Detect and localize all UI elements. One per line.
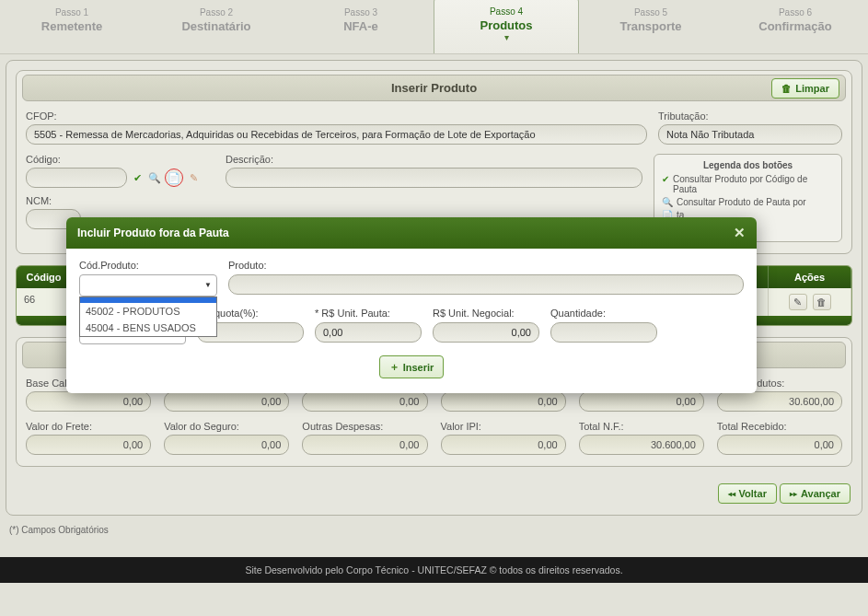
step-nfae[interactable]: Passo 3 NFA-e xyxy=(289,0,434,53)
insert-label: Inserir xyxy=(403,362,434,373)
step-number: Passo 3 xyxy=(293,7,429,17)
wizard-steps: Passo 1 Remetente Passo 2 Destinatário P… xyxy=(0,0,868,54)
legend-item: Consultar Produto de Pauta por xyxy=(677,197,806,207)
step-number: Passo 1 xyxy=(4,7,140,17)
step-confirmacao[interactable]: Passo 6 Confirmação xyxy=(723,0,868,53)
unit-pauta-input[interactable] xyxy=(315,322,422,343)
back-icon: ◂◂ xyxy=(728,490,735,498)
step-title: Remetente xyxy=(4,19,140,33)
legend-item: Consultar Produto por Código de Pauta xyxy=(673,174,834,194)
step-title: Transporte xyxy=(583,19,719,33)
unit-neg-input[interactable] xyxy=(433,322,539,343)
col-acoes: Ações xyxy=(769,266,851,288)
total-nf-label: Total N.F.: xyxy=(579,421,704,432)
produto-label: Produto: xyxy=(228,260,744,271)
valor-frete-value: 0,00 xyxy=(26,435,151,455)
ncm-label: NCM: xyxy=(26,195,214,206)
clear-label: Limpar xyxy=(795,83,829,94)
step-number: Passo 5 xyxy=(583,7,719,17)
step-title: Destinatário xyxy=(148,19,284,33)
cod-produto-select[interactable] xyxy=(79,274,217,296)
add-out-of-pauta-button[interactable]: 📄 xyxy=(165,169,183,187)
valor-icms-value: 0,00 xyxy=(164,391,289,412)
search-icon[interactable]: 🔍 xyxy=(147,170,162,185)
step-title: NFA-e xyxy=(293,19,429,33)
panel-header: Inserir Produto 🗑 Limpar xyxy=(22,75,846,101)
valor-seguro-value: 0,00 xyxy=(164,435,289,455)
outras-desp-label: Outras Despesas: xyxy=(302,421,427,432)
total-produtos-value: 30.600,00 xyxy=(717,391,842,412)
required-footnote: (*) Campos Obrigatórios xyxy=(0,521,868,539)
valor-seguro-label: Valor do Seguro: xyxy=(164,421,289,432)
include-product-modal: Incluir Produto fora da Pauta ✕ Cód.Prod… xyxy=(66,217,757,393)
produto-input[interactable] xyxy=(228,274,744,295)
search-icon: 🔍 xyxy=(662,197,673,207)
desc-input[interactable] xyxy=(226,168,642,188)
valor-ipi-value: 0,00 xyxy=(441,435,566,455)
step-destinatario[interactable]: Passo 2 Destinatário xyxy=(145,0,289,53)
doc-icon: 📄 xyxy=(168,172,180,184)
base-icms-value: 0,00 xyxy=(26,391,151,412)
valor-icms-st-value: 0,00 xyxy=(441,391,566,412)
legend-title: Legenda dos botões xyxy=(662,160,834,170)
forward-button[interactable]: ▸▸ Avançar xyxy=(780,483,851,504)
valor-frete-label: Valor do Frete: xyxy=(26,421,151,432)
check-icon[interactable]: ✔ xyxy=(130,170,145,185)
step-transporte[interactable]: Passo 5 Transporte xyxy=(579,0,723,53)
trash-icon: 🗑 xyxy=(781,83,792,94)
step-title: Produtos xyxy=(438,18,574,32)
qtd-label: Quantidade: xyxy=(550,308,657,319)
fwd-icon: ▸▸ xyxy=(790,490,797,498)
step-remetente[interactable]: Passo 1 Remetente xyxy=(0,0,145,53)
insert-button[interactable]: ＋ Inserir xyxy=(379,355,445,378)
dropdown-option[interactable]: 45002 - PRODUTOS xyxy=(80,303,216,320)
step-number: Passo 4 xyxy=(438,6,574,17)
valor-ipi-label: Valor IPI: xyxy=(441,421,566,432)
back-label: Voltar xyxy=(739,488,767,499)
total-recebido-label: Total Recebido: xyxy=(717,421,842,432)
trib-label: Tributação: xyxy=(658,110,842,122)
footer: Site Desenvolvido pelo Corpo Técnico - U… xyxy=(0,557,868,583)
pencil-icon: ✎ xyxy=(793,296,802,308)
pencil-icon[interactable]: ✎ xyxy=(186,170,201,185)
step-produtos[interactable]: Passo 4 Produtos xyxy=(434,0,579,53)
cod-produto-dropdown[interactable]: 45002 - PRODUTOS 45004 - BENS USADOS xyxy=(79,296,217,337)
total-recebido-value: 0,00 xyxy=(717,435,842,455)
trash-icon: 🗑 xyxy=(816,296,827,308)
dropdown-option[interactable]: 45004 - BENS USADOS xyxy=(80,320,216,336)
total-nf-value: 30.600,00 xyxy=(579,435,704,455)
codigo-label: Código: xyxy=(26,154,214,165)
delete-row-button[interactable]: 🗑 xyxy=(813,294,831,310)
outras-desp-value: 0,00 xyxy=(302,435,427,455)
codigo-input[interactable] xyxy=(26,168,127,188)
plus-icon: ＋ xyxy=(389,360,399,374)
clear-button[interactable]: 🗑 Limpar xyxy=(771,78,839,99)
cell-codigo: 66 xyxy=(17,288,72,316)
unit-neg-label: R$ Unit. Negocial: xyxy=(433,308,539,319)
cfop-label: CFOP: xyxy=(26,110,647,122)
qtd-input[interactable] xyxy=(550,322,657,343)
col-codigo: Código xyxy=(17,266,72,288)
step-number: Passo 2 xyxy=(148,7,284,17)
forward-label: Avançar xyxy=(801,488,840,499)
unit-pauta-label: * R$ Unit. Pauta: xyxy=(315,308,422,319)
cod-produto-label: Cód.Produto: xyxy=(79,260,217,271)
trib-value: Nota Não Tributada xyxy=(658,124,842,145)
modal-title: Incluir Produto fora da Pauta xyxy=(77,227,229,239)
edit-row-button[interactable]: ✎ xyxy=(789,294,807,310)
close-icon[interactable]: ✕ xyxy=(734,225,746,241)
back-button[interactable]: ◂◂ Voltar xyxy=(718,483,777,504)
fecop-value: 0,00 xyxy=(579,391,704,412)
base-icms-st-value: 0,00 xyxy=(302,391,427,412)
desc-label: Descrição: xyxy=(226,154,642,165)
step-number: Passo 6 xyxy=(727,7,863,17)
cfop-value: 5505 - Remessa de Mercadorias, Adquirida… xyxy=(26,124,647,145)
check-icon: ✔ xyxy=(662,174,669,184)
panel-title: Inserir Produto xyxy=(391,81,477,95)
step-title: Confirmação xyxy=(727,19,863,33)
